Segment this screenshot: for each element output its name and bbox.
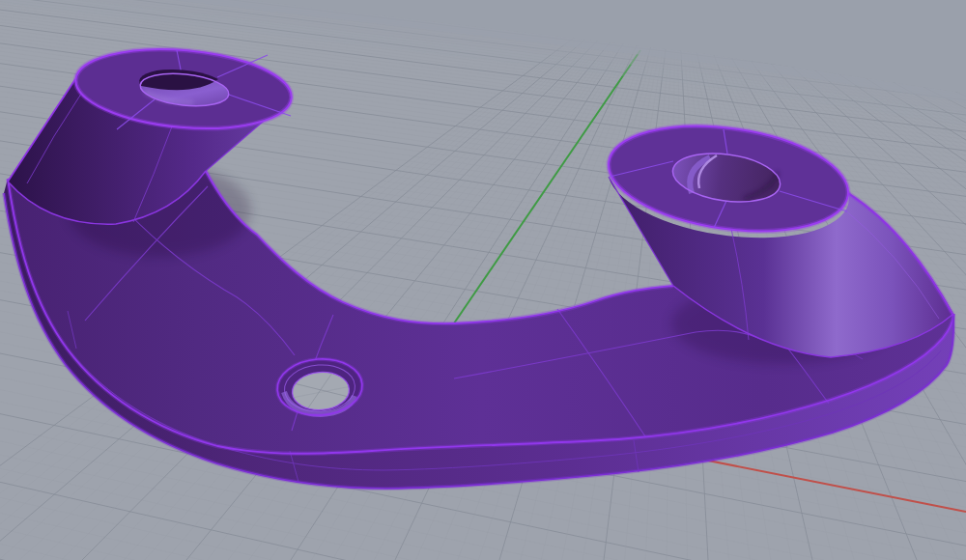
cad-viewport[interactable] [0, 0, 966, 560]
viewport-canvas[interactable] [0, 0, 966, 560]
